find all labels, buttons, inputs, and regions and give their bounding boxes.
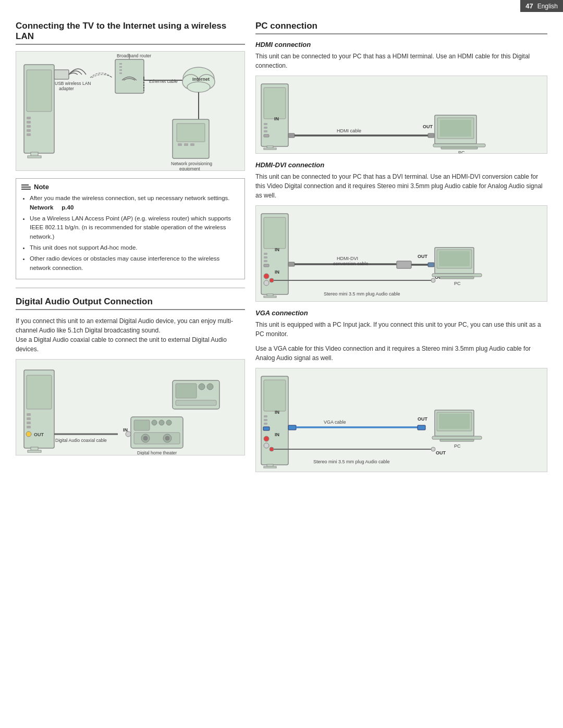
pc-section-title: PC connection: [255, 21, 547, 34]
svg-point-144: [431, 447, 435, 451]
digital-audio-body: If you connect this unit to an external …: [16, 316, 245, 354]
wireless-diagram: USB wireless LAN adapter Broadband route…: [16, 51, 245, 171]
svg-rect-127: [264, 419, 267, 421]
svg-rect-97: [264, 264, 269, 267]
svg-rect-33: [178, 143, 182, 146]
note-item-3: This unit does not support Ad-hoc mode.: [30, 243, 239, 253]
svg-rect-2: [27, 70, 52, 112]
svg-rect-107: [428, 263, 434, 267]
svg-rect-56: [166, 420, 172, 425]
svg-rect-128: [264, 423, 267, 425]
vga-diagram-svg: IN VGA cable OUT IN: [256, 368, 547, 472]
svg-text:IN: IN: [275, 247, 279, 252]
left-column: Connecting the TV to the Internet using …: [16, 21, 245, 479]
svg-point-28: [187, 82, 210, 92]
svg-rect-135: [288, 425, 296, 430]
svg-rect-103: [288, 262, 295, 266]
svg-rect-89: [441, 147, 478, 149]
svg-rect-105: [397, 261, 411, 268]
right-column: PC connection HDMI connection This unit …: [255, 21, 547, 479]
svg-point-45: [26, 431, 31, 437]
hdmi-dvi-connection: HDMI-DVI connection This unit can be con…: [255, 161, 547, 302]
svg-rect-18: [119, 69, 122, 71]
svg-rect-150: [440, 439, 474, 441]
svg-text:PC: PC: [458, 150, 465, 154]
svg-rect-67: [199, 384, 205, 390]
svg-rect-94: [264, 253, 267, 255]
svg-point-61: [165, 436, 169, 440]
svg-rect-119: [439, 251, 470, 266]
svg-text:OUT: OUT: [418, 254, 428, 259]
svg-rect-74: [264, 127, 267, 129]
svg-point-143: [270, 447, 274, 451]
svg-rect-80: [288, 133, 295, 138]
svg-rect-70: [256, 76, 547, 154]
svg-rect-43: [27, 422, 31, 424]
audio-diagram: OUT Digital Audio coaxial cable IN: [16, 359, 245, 455]
svg-text:Stereo mini 3.5 mm plug Audio : Stereo mini 3.5 mm plug Audio cable: [324, 291, 400, 297]
hdmi-body: This unit can be connected to your PC th…: [255, 52, 547, 70]
svg-rect-125: [264, 380, 286, 411]
svg-rect-129: [263, 427, 270, 430]
svg-text:IN: IN: [275, 410, 279, 415]
svg-text:adapter: adapter: [59, 86, 74, 91]
svg-rect-35: [190, 143, 194, 146]
svg-text:equipment: equipment: [179, 166, 200, 171]
page-number: 47: [525, 2, 533, 10]
vga-body1: This unit is equipped with a PC Input ja…: [255, 320, 547, 339]
svg-text:Stereo mini 3.5 mm plug Audio : Stereo mini 3.5 mm plug Audio cable: [313, 459, 390, 464]
svg-rect-4: [27, 121, 31, 124]
svg-rect-34: [184, 143, 188, 146]
svg-rect-41: [27, 413, 31, 416]
svg-rect-138: [418, 425, 425, 430]
page-language: English: [537, 3, 558, 10]
svg-rect-91: [256, 206, 547, 302]
digital-audio-body-text: If you connect this unit to an external …: [16, 317, 233, 353]
vga-diagram: IN VGA cable OUT IN: [255, 368, 547, 472]
svg-rect-93: [264, 217, 286, 249]
svg-rect-40: [27, 375, 52, 409]
svg-rect-96: [264, 260, 267, 262]
svg-rect-32: [177, 124, 205, 142]
svg-point-114: [270, 278, 274, 282]
note-item-1: After you made the wireless connection, …: [30, 194, 239, 213]
svg-text:IN: IN: [275, 432, 279, 437]
hdmi-dvi-diagram-svg: IN HDMI-DVI conversion cable OUT: [256, 206, 547, 302]
svg-rect-55: [159, 420, 164, 425]
svg-text:Digital home theater: Digital home theater: [137, 450, 177, 455]
svg-text:VGA cable: VGA cable: [324, 419, 346, 425]
svg-rect-44: [27, 426, 31, 428]
svg-rect-120: [432, 274, 482, 277]
svg-rect-76: [264, 134, 269, 137]
note-list: After you made the wireless connection, …: [21, 194, 239, 273]
svg-rect-6: [27, 129, 31, 132]
svg-rect-82: [428, 133, 434, 138]
svg-rect-126: [264, 415, 267, 417]
svg-text:OUT: OUT: [436, 450, 446, 455]
vga-body2: Use a VGA cable for this Video connectio…: [255, 344, 547, 363]
hdmi-diagram-svg: IN HDMI cable OUT: [256, 76, 547, 154]
svg-text:OUT: OUT: [418, 416, 428, 422]
svg-text:OUT: OUT: [34, 432, 44, 437]
digital-audio-section: Digital Audio Output Connection If you c…: [16, 297, 245, 455]
svg-point-98: [264, 274, 269, 279]
svg-rect-69: [176, 400, 216, 405]
svg-rect-72: [264, 88, 286, 119]
svg-text:IN: IN: [275, 269, 279, 275]
svg-rect-54: [152, 420, 157, 425]
hdmi-dvi-diagram: IN HDMI-DVI conversion cable OUT: [255, 205, 547, 302]
svg-text:Network provisioning: Network provisioning: [171, 161, 212, 166]
page-badge: 47 English: [520, 0, 563, 12]
note-link-network[interactable]: Network p.40: [30, 204, 74, 211]
hdmi-connection: HDMI connection This unit can be connect…: [255, 41, 547, 154]
note-label: Note: [34, 183, 49, 191]
wireless-section: Connecting the TV to the Internet using …: [16, 21, 245, 279]
svg-point-59: [143, 436, 148, 440]
svg-rect-7: [27, 133, 31, 136]
note-item-2: Use a Wireless LAN Access Point (AP) (e.…: [30, 214, 239, 242]
svg-rect-101: [264, 296, 276, 298]
svg-rect-149: [432, 436, 482, 439]
svg-rect-87: [440, 120, 471, 137]
svg-text:PC: PC: [454, 281, 461, 286]
svg-text:OUT: OUT: [423, 124, 433, 129]
